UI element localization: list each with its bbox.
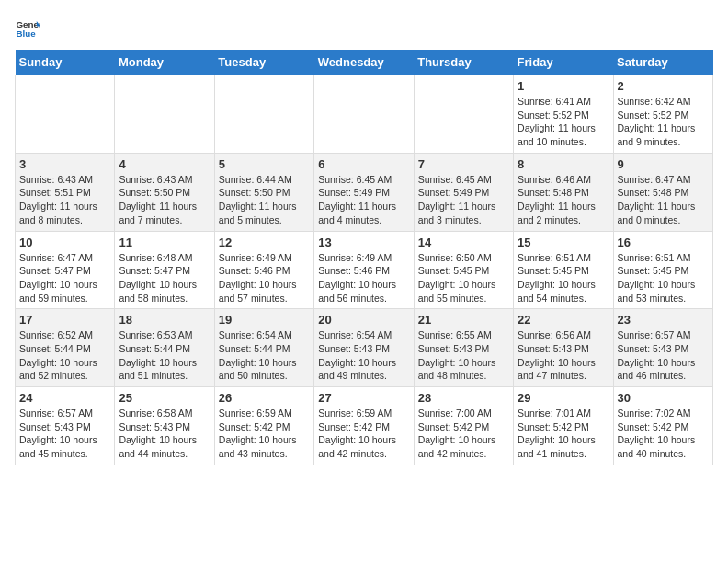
cell-content-line: Daylight: 10 hours and 49 minutes.: [318, 356, 409, 383]
empty-cell: [115, 75, 214, 154]
logo: General Blue: [15, 15, 44, 40]
day-number: 8: [518, 157, 609, 171]
day-number: 15: [518, 236, 609, 249]
cell-content-line: Daylight: 10 hours and 56 minutes.: [318, 278, 409, 304]
cell-content-line: Sunrise: 6:53 AM: [119, 328, 210, 342]
day-number: 9: [618, 157, 709, 171]
cell-content-line: Sunrise: 6:49 AM: [318, 251, 409, 265]
day-number: 5: [219, 157, 310, 171]
cell-content-line: Sunset: 5:42 PM: [219, 420, 310, 434]
cell-content-line: Sunset: 5:43 PM: [119, 420, 210, 434]
cell-content-line: Sunset: 5:49 PM: [318, 186, 409, 200]
cell-content-line: Sunrise: 6:47 AM: [618, 173, 709, 187]
day-cell-20: 20Sunrise: 6:54 AMSunset: 5:43 PMDayligh…: [314, 309, 414, 387]
week-row-5: 24Sunrise: 6:57 AMSunset: 5:43 PMDayligh…: [16, 387, 713, 465]
cell-content-line: Sunrise: 6:43 AM: [19, 173, 110, 187]
header-day-friday: Friday: [514, 50, 613, 75]
day-cell-1: 1Sunrise: 6:41 AMSunset: 5:52 PMDaylight…: [514, 75, 613, 154]
day-number: 20: [318, 313, 409, 327]
cell-content-line: Sunrise: 6:54 AM: [219, 328, 310, 342]
day-number: 4: [119, 157, 210, 171]
calendar-header: SundayMondayTuesdayWednesdayThursdayFrid…: [16, 50, 713, 75]
header-day-tuesday: Tuesday: [214, 50, 313, 75]
cell-content-line: Sunrise: 6:57 AM: [19, 407, 110, 420]
day-number: 17: [19, 313, 110, 327]
day-cell-12: 12Sunrise: 6:49 AMSunset: 5:46 PMDayligh…: [214, 231, 313, 309]
cell-content-line: Sunrise: 6:44 AM: [219, 173, 310, 187]
day-cell-30: 30Sunrise: 7:02 AMSunset: 5:42 PMDayligh…: [613, 387, 712, 465]
calendar-table: SundayMondayTuesdayWednesdayThursdayFrid…: [15, 50, 713, 465]
cell-content-line: Daylight: 10 hours and 47 minutes.: [518, 356, 609, 383]
cell-content-line: Daylight: 10 hours and 48 minutes.: [418, 356, 509, 383]
cell-content-line: Sunset: 5:45 PM: [618, 264, 709, 278]
day-cell-26: 26Sunrise: 6:59 AMSunset: 5:42 PMDayligh…: [214, 387, 313, 465]
header-day-monday: Monday: [115, 50, 214, 75]
week-row-3: 10Sunrise: 6:47 AMSunset: 5:47 PMDayligh…: [16, 231, 713, 309]
cell-content-line: Sunrise: 6:55 AM: [418, 328, 509, 342]
day-number: 27: [318, 391, 409, 405]
day-cell-4: 4Sunrise: 6:43 AMSunset: 5:50 PMDaylight…: [115, 153, 214, 231]
day-number: 23: [618, 313, 709, 327]
day-cell-8: 8Sunrise: 6:46 AMSunset: 5:48 PMDaylight…: [514, 153, 613, 231]
empty-cell: [414, 75, 513, 154]
cell-content-line: Sunset: 5:42 PM: [518, 420, 609, 434]
day-number: 25: [119, 391, 210, 405]
cell-content-line: Daylight: 10 hours and 50 minutes.: [219, 356, 310, 383]
day-number: 19: [219, 313, 310, 327]
cell-content-line: Sunrise: 6:51 AM: [618, 251, 709, 265]
empty-cell: [314, 75, 414, 154]
cell-content-line: Sunrise: 6:48 AM: [119, 251, 210, 265]
cell-content-line: Sunset: 5:43 PM: [19, 420, 110, 434]
cell-content-line: Daylight: 10 hours and 53 minutes.: [618, 278, 709, 304]
day-number: 21: [418, 313, 509, 327]
cell-content-line: Sunrise: 6:59 AM: [318, 407, 409, 420]
day-number: 3: [19, 157, 110, 171]
day-number: 2: [618, 79, 709, 93]
cell-content-line: Sunset: 5:42 PM: [318, 420, 409, 434]
day-number: 30: [618, 391, 709, 405]
week-row-4: 17Sunrise: 6:52 AMSunset: 5:44 PMDayligh…: [16, 309, 713, 387]
header: General Blue: [15, 15, 713, 40]
cell-content-line: Daylight: 10 hours and 52 minutes.: [19, 356, 110, 383]
cell-content-line: Daylight: 10 hours and 45 minutes.: [19, 433, 110, 460]
day-number: 16: [618, 236, 709, 249]
cell-content-line: Sunset: 5:43 PM: [418, 342, 509, 356]
cell-content-line: Daylight: 10 hours and 54 minutes.: [518, 278, 609, 304]
cell-content-line: Sunset: 5:43 PM: [318, 342, 409, 356]
cell-content-line: Daylight: 11 hours and 9 minutes.: [618, 121, 709, 148]
day-number: 28: [418, 391, 509, 405]
cell-content-line: Sunrise: 6:51 AM: [518, 251, 609, 265]
day-number: 12: [219, 236, 310, 249]
day-number: 14: [418, 236, 509, 249]
day-cell-22: 22Sunrise: 6:56 AMSunset: 5:43 PMDayligh…: [514, 309, 613, 387]
cell-content-line: Sunset: 5:52 PM: [518, 109, 609, 122]
cell-content-line: Sunset: 5:43 PM: [518, 342, 609, 356]
day-cell-3: 3Sunrise: 6:43 AMSunset: 5:51 PMDaylight…: [16, 153, 115, 231]
cell-content-line: Sunset: 5:51 PM: [19, 186, 110, 200]
cell-content-line: Sunset: 5:50 PM: [219, 186, 310, 200]
week-row-2: 3Sunrise: 6:43 AMSunset: 5:51 PMDaylight…: [16, 153, 713, 231]
cell-content-line: Sunset: 5:42 PM: [618, 420, 709, 434]
cell-content-line: Sunset: 5:45 PM: [418, 264, 509, 278]
day-cell-2: 2Sunrise: 6:42 AMSunset: 5:52 PMDaylight…: [613, 75, 712, 154]
day-cell-15: 15Sunrise: 6:51 AMSunset: 5:45 PMDayligh…: [514, 231, 613, 309]
header-day-thursday: Thursday: [414, 50, 513, 75]
day-cell-21: 21Sunrise: 6:55 AMSunset: 5:43 PMDayligh…: [414, 309, 513, 387]
cell-content-line: Sunrise: 6:49 AM: [219, 251, 310, 265]
cell-content-line: Daylight: 11 hours and 4 minutes.: [318, 200, 409, 226]
day-cell-11: 11Sunrise: 6:48 AMSunset: 5:47 PMDayligh…: [115, 231, 214, 309]
day-cell-27: 27Sunrise: 6:59 AMSunset: 5:42 PMDayligh…: [314, 387, 414, 465]
cell-content-line: Daylight: 10 hours and 44 minutes.: [119, 433, 210, 460]
logo-icon: General Blue: [15, 15, 40, 40]
calendar-body: 1Sunrise: 6:41 AMSunset: 5:52 PMDaylight…: [16, 75, 713, 465]
cell-content-line: Sunset: 5:48 PM: [518, 186, 609, 200]
day-cell-28: 28Sunrise: 7:00 AMSunset: 5:42 PMDayligh…: [414, 387, 513, 465]
cell-content-line: Sunset: 5:46 PM: [318, 264, 409, 278]
cell-content-line: Daylight: 11 hours and 2 minutes.: [518, 200, 609, 226]
day-number: 24: [19, 391, 110, 405]
cell-content-line: Sunrise: 6:57 AM: [618, 328, 709, 342]
cell-content-line: Sunrise: 7:01 AM: [518, 407, 609, 420]
svg-text:Blue: Blue: [16, 29, 36, 39]
cell-content-line: Daylight: 10 hours and 41 minutes.: [518, 433, 609, 460]
day-number: 1: [518, 79, 609, 93]
